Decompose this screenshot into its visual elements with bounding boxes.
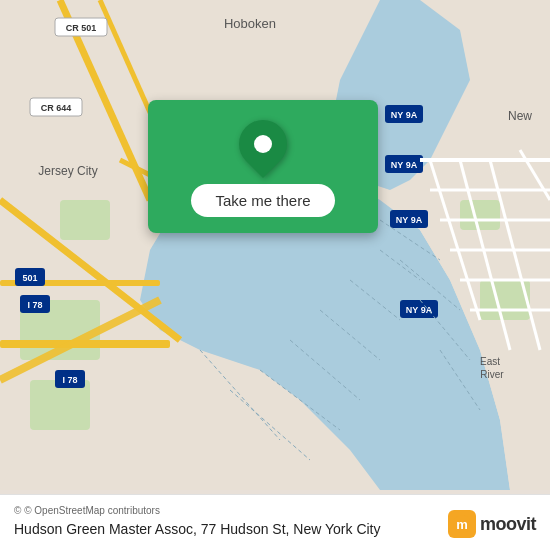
svg-text:East: East: [480, 356, 500, 367]
take-me-there-button[interactable]: Take me there: [191, 184, 334, 217]
location-name: Hudson Green Master Assoc, 77 Hudson St,…: [14, 520, 381, 538]
svg-text:m: m: [456, 517, 468, 532]
svg-text:NY 9A: NY 9A: [406, 305, 433, 315]
map-background: CR 501 CR 644 I 78 I 78 501 NY 9A NY 9A …: [0, 0, 550, 490]
svg-text:Hoboken: Hoboken: [224, 16, 276, 31]
svg-text:CR 644: CR 644: [41, 103, 72, 113]
svg-rect-8: [460, 200, 500, 230]
map-container: CR 501 CR 644 I 78 I 78 501 NY 9A NY 9A …: [0, 0, 550, 550]
copyright-icon: ©: [14, 505, 21, 516]
location-pin: [229, 110, 297, 178]
moovit-icon: m: [448, 510, 476, 538]
svg-text:Jersey City: Jersey City: [38, 164, 97, 178]
svg-text:I 78: I 78: [62, 375, 77, 385]
map-card: Take me there: [148, 100, 378, 233]
svg-text:NY 9A: NY 9A: [391, 160, 418, 170]
osm-credit-text: © OpenStreetMap contributors: [24, 505, 160, 516]
svg-text:I 78: I 78: [27, 300, 42, 310]
svg-text:New: New: [508, 109, 532, 123]
bottom-bar: © © OpenStreetMap contributors Hudson Gr…: [0, 494, 550, 550]
svg-text:501: 501: [22, 273, 37, 283]
svg-text:River: River: [480, 369, 504, 380]
moovit-logo: m moovit: [448, 510, 536, 538]
svg-text:NY 9A: NY 9A: [396, 215, 423, 225]
moovit-brand-text: moovit: [480, 514, 536, 535]
svg-text:NY 9A: NY 9A: [391, 110, 418, 120]
svg-text:CR 501: CR 501: [66, 23, 97, 33]
svg-rect-7: [60, 200, 110, 240]
